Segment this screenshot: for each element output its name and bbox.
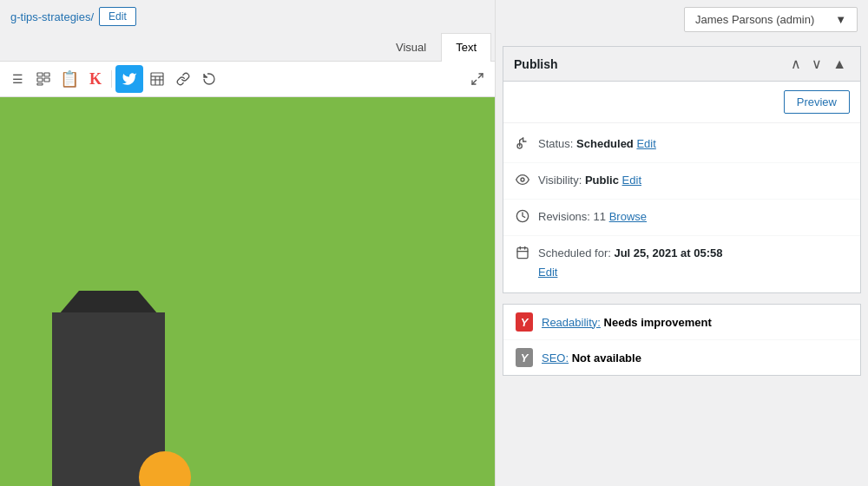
visibility-row: Visibility: Public Edit: [503, 163, 860, 200]
visibility-edit-link[interactable]: Edit: [622, 174, 641, 187]
svg-line-11: [472, 80, 477, 84]
svg-rect-1: [44, 73, 49, 76]
scheduled-label: Scheduled for:: [538, 246, 614, 259]
author-name: James Parsons (admin): [695, 13, 814, 26]
scheduled-edit-link[interactable]: Edit: [538, 264, 848, 281]
visibility-label: Visibility:: [538, 174, 585, 187]
author-select[interactable]: James Parsons (admin) ▼: [684, 7, 858, 32]
scheduled-text: Scheduled for: Jul 25, 2021 at 05:58 Edi…: [538, 245, 848, 280]
status-value: Scheduled: [576, 137, 634, 150]
scheduled-value: Jul 25, 2021 at 05:58: [614, 246, 722, 259]
publish-details: Status: Scheduled Edit Visibility: Publi…: [503, 123, 860, 292]
readability-text: Readability: Needs improvement: [542, 316, 712, 329]
content-background: [0, 97, 495, 486]
scheduled-row: Scheduled for: Jul 25, 2021 at 05:58 Edi…: [503, 236, 860, 289]
status-icon: [516, 136, 529, 154]
visibility-icon: [516, 173, 529, 190]
twitter-button[interactable]: [115, 65, 143, 93]
readability-icon: Y: [516, 313, 533, 331]
svg-line-10: [478, 74, 483, 78]
preview-button[interactable]: Preview: [784, 90, 850, 114]
revisions-label: Revisions:: [538, 210, 594, 223]
status-label: Status:: [538, 137, 576, 150]
seo-row: Y SEO: Not available: [503, 340, 860, 375]
revisions-value: 11: [594, 210, 606, 223]
seo-badge: Y: [516, 348, 533, 367]
readability-row: Y Readability: Needs improvement: [503, 305, 860, 340]
breadcrumb-edit-button[interactable]: Edit: [99, 7, 136, 26]
editor-toolbar: ☰ 📋 K: [0, 62, 495, 97]
status-text: Status: Scheduled Edit: [538, 135, 848, 153]
publish-up-button[interactable]: ∧: [787, 54, 805, 74]
author-dropdown-icon: ▼: [835, 13, 846, 26]
svg-rect-4: [37, 83, 43, 85]
expand-button[interactable]: [465, 67, 490, 91]
publish-collapse-button[interactable]: ▲: [829, 55, 850, 74]
revisions-icon: [516, 209, 529, 227]
scheduled-icon: [516, 246, 529, 263]
readability-link[interactable]: Readability:: [542, 316, 601, 329]
publish-down-button[interactable]: ∨: [808, 54, 825, 74]
seo-text: SEO: Not available: [542, 351, 641, 364]
meta-section: Y Readability: Needs improvement Y SEO: …: [503, 304, 861, 376]
svg-rect-0: [37, 73, 43, 76]
visibility-text: Visibility: Public Edit: [538, 172, 848, 189]
svg-point-13: [521, 178, 524, 181]
visibility-value: Public: [585, 174, 619, 187]
svg-rect-5: [151, 73, 163, 85]
right-panel: James Parsons (admin) ▼ Publish ∧ ∨ ▲ Pr…: [495, 0, 868, 486]
publish-preview-bar: Preview: [503, 82, 860, 123]
list-button[interactable]: ☰: [5, 67, 30, 91]
status-row: Status: Scheduled Edit: [503, 127, 860, 163]
editor-panel: g-tips-strategies/ Edit Visual Text ☰ 📋: [0, 0, 495, 486]
revisions-row: Revisions: 11 Browse: [503, 200, 860, 236]
grid-button[interactable]: [31, 67, 56, 91]
status-edit-link[interactable]: Edit: [636, 137, 655, 150]
table-button[interactable]: [145, 67, 169, 91]
tab-text[interactable]: Text: [441, 33, 491, 62]
editor-tabs: Visual Text: [0, 33, 495, 62]
revisions-browse-link[interactable]: Browse: [609, 210, 647, 223]
toolbar-separator: [111, 70, 112, 88]
tab-visual[interactable]: Visual: [381, 33, 441, 61]
svg-rect-15: [517, 248, 528, 259]
note-button[interactable]: 📋: [57, 67, 82, 91]
publish-header: Publish ∧ ∨ ▲: [503, 47, 860, 82]
author-bar: James Parsons (admin) ▼: [496, 0, 868, 39]
breadcrumb: g-tips-strategies/ Edit: [0, 0, 495, 33]
publish-header-controls: ∧ ∨ ▲: [787, 54, 850, 74]
readability-value: Needs improvement: [601, 316, 712, 329]
editor-content-area[interactable]: [0, 97, 495, 486]
kirki-button[interactable]: K: [83, 67, 108, 91]
breadcrumb-link[interactable]: g-tips-strategies/: [10, 10, 94, 23]
seo-link[interactable]: SEO:: [542, 351, 569, 364]
link-button[interactable]: [171, 67, 195, 91]
revisions-text: Revisions: 11 Browse: [538, 208, 848, 226]
publish-box: Publish ∧ ∨ ▲ Preview: [503, 46, 861, 293]
svg-rect-2: [37, 78, 43, 82]
seo-value: Not available: [569, 351, 641, 364]
svg-rect-3: [44, 78, 49, 82]
undo-button[interactable]: [197, 67, 221, 91]
readability-badge: Y: [516, 312, 533, 332]
publish-title: Publish: [514, 57, 558, 71]
seo-icon: Y: [516, 349, 533, 366]
